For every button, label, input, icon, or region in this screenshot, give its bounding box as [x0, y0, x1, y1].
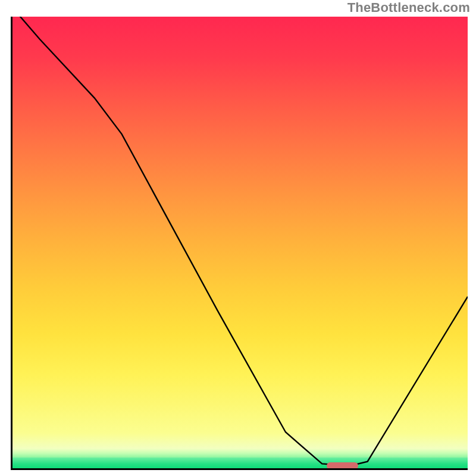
- curve-path: [12, 17, 468, 466]
- chart-plot-area: [11, 17, 468, 470]
- optimal-marker: [327, 462, 359, 469]
- watermark-text: TheBottleneck.com: [347, 0, 470, 15]
- bottleneck-curve: [12, 17, 468, 468]
